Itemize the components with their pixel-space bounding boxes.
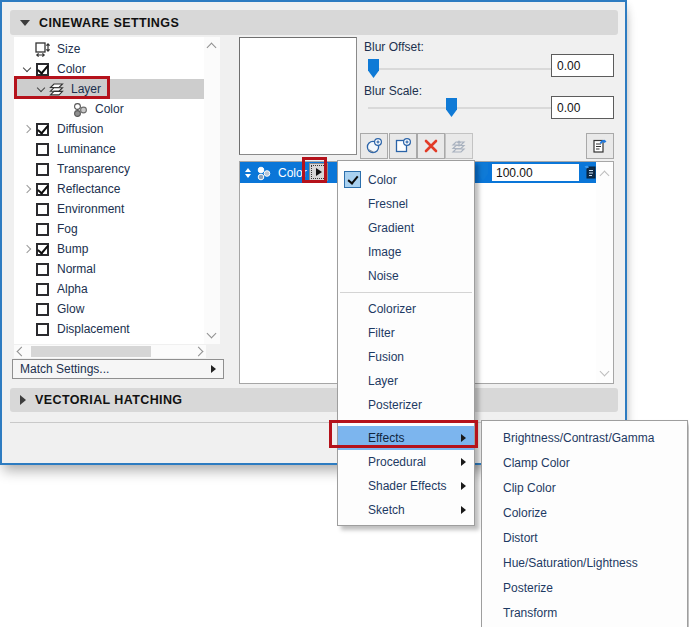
checkbox-slot[interactable] [34,123,51,136]
edit-shader-button[interactable] [586,133,614,159]
channel-checkbox[interactable] [36,183,49,196]
channel-checkbox[interactable] [36,143,49,156]
checkbox-slot[interactable] [34,283,51,296]
submenu-item-colorize[interactable]: Colorize [482,501,687,526]
tree-item-label: Size [57,42,80,56]
list-vertical-scrollbar[interactable] [596,162,613,383]
menu-item-gradient[interactable]: Gradient [338,216,474,240]
checkbox-slot[interactable] [34,243,51,256]
checkbox-slot[interactable] [34,163,51,176]
submenu-item-brightness-contrast-gamma[interactable]: Brightness/Contrast/Gamma [482,426,687,451]
channel-checkbox[interactable] [36,123,49,136]
channel-checkbox[interactable] [36,223,49,236]
layer-strength-field[interactable] [490,162,581,183]
menu-item-effects[interactable]: Effects [338,426,474,450]
checkbox-slot[interactable] [34,263,51,276]
tree-item-luminance[interactable]: Luminance [14,139,204,159]
channel-checkbox[interactable] [36,263,49,276]
checkbox-slot[interactable] [34,203,51,216]
scroll-down-icon[interactable] [207,329,217,339]
menu-item-shader-effects[interactable]: Shader Effects [338,474,474,498]
checkbox-slot[interactable] [34,63,51,76]
checked-checkbox-icon [344,171,361,188]
tree-vertical-scrollbar[interactable] [204,37,220,344]
blur-offset-slider-track[interactable] [368,68,579,70]
channel-checkbox[interactable] [36,63,49,76]
channel-checkbox[interactable] [36,303,49,316]
tree-item-size[interactable]: Size [14,39,204,59]
submenu-item-clip-color[interactable]: Clip Color [482,476,687,501]
tree-item-label: Normal [57,262,96,276]
chevron-right-icon[interactable] [20,126,34,132]
tree-item-transparency[interactable]: Transparency [14,159,204,179]
menu-item-fresnel[interactable]: Fresnel [338,192,474,216]
layer-strength-slider-thumb[interactable] [478,163,488,181]
tree-item-reflectance[interactable]: Reflectance [14,179,204,199]
submenu-item-transform[interactable]: Transform [482,601,687,626]
channel-checkbox[interactable] [36,283,49,296]
tree-item-diffusion[interactable]: Diffusion [14,119,204,139]
tree-item-bump[interactable]: Bump [14,239,204,259]
chevron-down-icon[interactable] [20,68,34,71]
menu-item-fusion[interactable]: Fusion [338,345,474,369]
submenu-item-hue-saturation-lightness[interactable]: Hue/Saturation/Lightness [482,551,687,576]
match-settings-button[interactable]: Match Settings... [12,359,224,379]
material-channel-tree: SizeColorLayerColorDiffusionLuminanceTra… [14,39,204,339]
tree-item-environment[interactable]: Environment [14,199,204,219]
add-image-button[interactable] [389,133,417,159]
tree-item-glow[interactable]: Glow [14,299,204,319]
tree-item-alpha[interactable]: Alpha [14,279,204,299]
section-header-cineware[interactable]: CINEWARE SETTINGS [10,10,618,35]
channel-checkbox[interactable] [36,323,49,336]
channel-checkbox[interactable] [36,243,49,256]
reorder-arrows-icon[interactable] [245,168,251,178]
menu-item-image[interactable]: Image [338,240,474,264]
tree-item-normal[interactable]: Normal [14,259,204,279]
menu-item-colorizer[interactable]: Colorizer [338,297,474,321]
add-shader-button[interactable] [360,133,388,159]
blur-scale-field[interactable] [551,96,614,119]
tree-horizontal-scrollbar[interactable] [14,345,206,358]
menu-item-filter[interactable]: Filter [338,321,474,345]
chevron-down-icon[interactable] [34,88,48,91]
menu-separator [340,421,472,422]
checkbox-slot[interactable] [34,183,51,196]
channel-checkbox[interactable] [36,203,49,216]
section-header-vectorial[interactable]: VECTORIAL HATCHING [10,388,618,412]
menu-item-procedural[interactable]: Procedural [338,450,474,474]
tree-item-fog[interactable]: Fog [14,219,204,239]
channel-checkbox[interactable] [36,163,49,176]
checkbox-slot[interactable] [34,223,51,236]
chevron-right-icon[interactable] [20,246,34,252]
scroll-right-icon[interactable] [194,347,204,357]
menu-item-color[interactable]: Color [338,168,474,192]
blur-scale-slider-track[interactable] [368,107,579,109]
blur-scale-slider-thumb[interactable] [446,98,457,117]
menu-item-sketch[interactable]: Sketch [338,498,474,522]
blur-offset-slider-thumb[interactable] [368,59,379,78]
chevron-right-icon[interactable] [20,186,34,192]
checkbox-slot[interactable] [34,143,51,156]
tree-item-color[interactable]: Color [14,99,204,119]
menu-item-layer[interactable]: Layer [338,369,474,393]
checkbox-slot[interactable] [34,323,51,336]
delete-shader-button[interactable] [417,133,445,159]
checkbox-slot[interactable] [34,303,51,316]
menu-item-posterizer[interactable]: Posterizer [338,393,474,417]
blur-offset-field[interactable] [551,54,614,77]
tree-item-displacement[interactable]: Displacement [14,319,204,339]
tree-item-color[interactable]: Color [14,59,204,79]
scrollbar-thumb[interactable] [31,346,151,357]
scroll-up-icon[interactable] [600,171,610,181]
menu-item-noise[interactable]: Noise [338,264,474,288]
scroll-left-icon[interactable] [17,347,27,357]
tree-item-label: Luminance [57,142,116,156]
scroll-up-icon[interactable] [207,43,217,53]
scroll-down-icon[interactable] [600,367,610,377]
submenu-item-distort[interactable]: Distort [482,526,687,551]
tree-item-layer[interactable]: Layer [14,79,204,99]
submenu-item-posterize[interactable]: Posterize [482,576,687,601]
submenu-item-clamp-color[interactable]: Clamp Color [482,451,687,476]
dropdown-play-icon [316,168,322,176]
shader-type-dropdown-button[interactable] [309,163,328,181]
